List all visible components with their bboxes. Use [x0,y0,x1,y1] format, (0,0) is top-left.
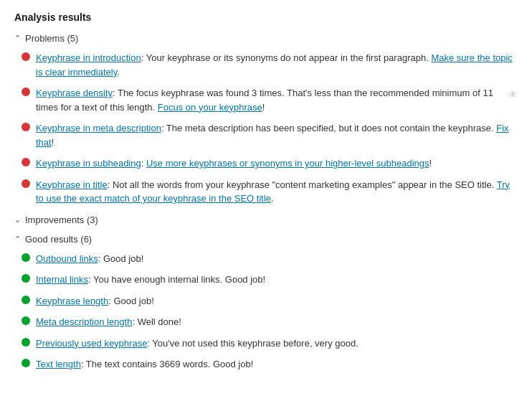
text-length-link[interactable]: Text length [36,359,81,369]
eye-icon[interactable]: 👁 [508,88,518,103]
list-item: Keyphrase density: The focus keyphrase w… [22,86,518,114]
green-dot-icon [22,274,30,283]
red-dot-icon [22,158,30,166]
problems-list: Keyphrase in introduction: Your keyphras… [22,51,518,206]
keyphrase-subheading-link[interactable]: Keyphrase in subheading [36,158,141,169]
improvements-chevron-icon: ⌄ [14,215,21,225]
keyphrase-length-link[interactable]: Keyphrase length [36,296,108,306]
problems-section: ⌃ Problems (5) Keyphrase in introduction… [14,33,518,206]
good-item-text: Previously used keyphrase: You've not us… [36,336,358,351]
red-dot-icon [22,179,30,188]
list-item: Meta description length: Well done! [22,315,518,329]
list-item: Keyphrase in introduction: Your keyphras… [22,51,518,79]
keyphrase-meta-link[interactable]: Keyphrase in meta description [36,123,161,133]
list-item: Text length: The text contains 3669 word… [22,357,518,372]
internal-links-link[interactable]: Internal links [36,274,88,285]
outbound-links-link[interactable]: Outbound links [36,253,98,264]
green-dot-icon [22,253,30,262]
keyphrase-title-link[interactable]: Keyphrase in title [36,179,108,190]
problem-item-text: Keyphrase in subheading: Use more keyphr… [36,156,432,171]
previously-used-keyphrase-link[interactable]: Previously used keyphrase [36,338,147,349]
improvements-section-label: Improvements (3) [25,214,98,225]
good-results-list: Outbound links: Good job! Internal links… [22,252,518,372]
keyphrase-subheading-action-link[interactable]: Use more keyphrases or synonyms in your … [146,158,429,169]
problem-item-text: Keyphrase in meta description: The meta … [36,121,518,149]
keyphrase-density-link[interactable]: Keyphrase density [36,88,113,98]
green-dot-icon [22,359,30,367]
good-results-chevron-icon: ⌃ [14,235,21,244]
good-results-section-label: Good results (6) [25,234,92,245]
improvements-section-header[interactable]: ⌄ Improvements (3) [14,214,518,225]
keyphrase-title-action-link[interactable]: Try to use the exact match of your keyph… [36,179,510,204]
list-item: Keyphrase length: Good job! [22,294,518,308]
page-container: Analysis results ⌃ Problems (5) Keyphras… [14,11,518,372]
list-item: Keyphrase in subheading: Use more keyphr… [22,156,518,171]
good-item-text: Text length: The text contains 3669 word… [36,357,253,372]
list-item: Previously used keyphrase: You've not us… [22,336,518,351]
list-item: Keyphrase in meta description: The meta … [22,121,518,149]
good-item-text: Outbound links: Good job! [36,252,143,266]
problem-item-text: Keyphrase in introduction: Your keyphras… [36,51,518,79]
list-item: Outbound links: Good job! [22,252,518,266]
problems-section-label: Problems (5) [25,33,78,44]
green-dot-icon [22,338,30,346]
good-item-text: Meta description length: Well done! [36,315,181,329]
good-item-text: Internal links: You have enough internal… [36,273,265,287]
red-dot-icon [22,52,30,61]
green-dot-icon [22,296,30,304]
page-title: Analysis results [14,11,518,23]
good-item-text: Keyphrase length: Good job! [36,294,154,308]
good-results-section: ⌃ Good results (6) Outbound links: Good … [14,234,518,372]
problems-section-header[interactable]: ⌃ Problems (5) [14,33,518,44]
problem-item-text: Keyphrase density: The focus keyphrase w… [36,86,518,114]
keyphrase-intro-link[interactable]: Keyphrase in introduction [36,52,141,63]
keyphrase-density-action-link[interactable]: Focus on your keyphrase [158,102,262,113]
problems-chevron-icon: ⌃ [14,34,21,43]
list-item: Keyphrase in title: Not all the words fr… [22,178,518,206]
improvements-section: ⌄ Improvements (3) [14,214,518,225]
meta-description-length-link[interactable]: Meta description length [36,316,132,327]
red-dot-icon [22,88,30,96]
problem-item-text: Keyphrase in title: Not all the words fr… [36,178,518,206]
red-dot-icon [22,123,30,131]
list-item: Internal links: You have enough internal… [22,273,518,287]
green-dot-icon [22,316,30,325]
good-results-section-header[interactable]: ⌃ Good results (6) [14,234,518,245]
